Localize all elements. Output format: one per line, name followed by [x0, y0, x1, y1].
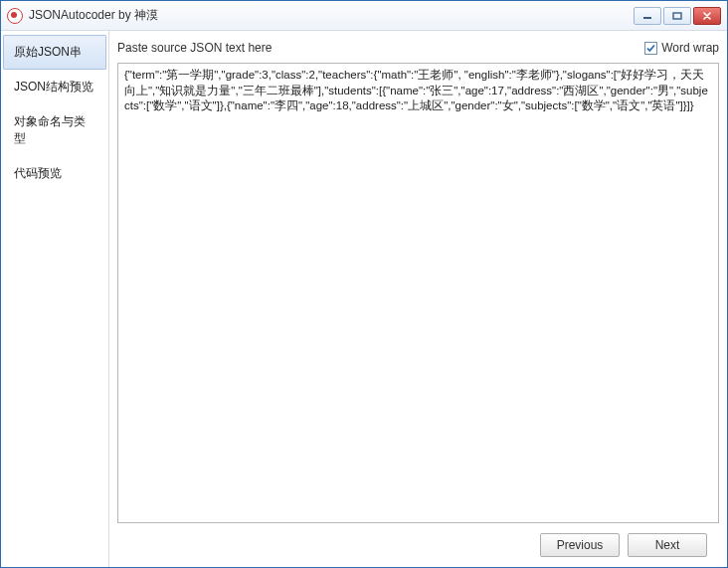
json-text-content: {"term":"第一学期","grade":3,"class":2,"teac…: [124, 68, 712, 114]
previous-button[interactable]: Previous: [540, 533, 620, 557]
client-area: 原始JSON串 JSON结构预览 对象命名与类型 代码预览 Paste sour…: [1, 31, 727, 567]
svg-rect-0: [643, 17, 651, 19]
sidebar-item-label: 代码预览: [14, 166, 62, 180]
sidebar: 原始JSON串 JSON结构预览 对象命名与类型 代码预览: [1, 31, 109, 567]
button-label: Previous: [557, 538, 604, 552]
close-button[interactable]: [693, 7, 721, 25]
app-icon: [7, 8, 23, 24]
paste-label: Paste source JSON text here: [117, 41, 644, 55]
json-textarea[interactable]: {"term":"第一学期","grade":3,"class":2,"teac…: [117, 63, 719, 523]
main-panel: Paste source JSON text here Word wrap {"…: [109, 31, 727, 567]
sidebar-item-label: 原始JSON串: [14, 45, 82, 59]
sidebar-item-structure-preview[interactable]: JSON结构预览: [3, 70, 106, 104]
footer: Previous Next: [117, 523, 719, 567]
minimize-button[interactable]: [634, 7, 661, 25]
maximize-icon: [672, 12, 682, 20]
title-bar[interactable]: JSONAutocoder by 神漠: [1, 1, 727, 31]
window-controls: [634, 7, 721, 25]
check-icon: [645, 43, 656, 54]
maximize-button[interactable]: [663, 7, 691, 25]
checkbox-box: [644, 42, 657, 55]
sidebar-item-raw-json[interactable]: 原始JSON串: [3, 35, 106, 70]
sidebar-item-label: 对象命名与类型: [14, 114, 86, 145]
button-label: Next: [655, 538, 680, 552]
wordwrap-label: Word wrap: [661, 41, 719, 55]
sidebar-item-label: JSON结构预览: [14, 80, 93, 94]
window-title: JSONAutocoder by 神漠: [29, 7, 634, 24]
app-window: JSONAutocoder by 神漠 原始JSON串 JSON结构预览 对象命…: [0, 0, 728, 568]
sidebar-item-code-preview[interactable]: 代码预览: [3, 156, 106, 191]
sidebar-item-naming-types[interactable]: 对象命名与类型: [3, 104, 106, 156]
svg-rect-1: [673, 13, 681, 19]
close-icon: [702, 12, 712, 20]
next-button[interactable]: Next: [628, 533, 707, 557]
main-header: Paste source JSON text here Word wrap: [117, 37, 719, 59]
wordwrap-checkbox[interactable]: Word wrap: [644, 41, 719, 55]
minimize-icon: [642, 12, 652, 20]
